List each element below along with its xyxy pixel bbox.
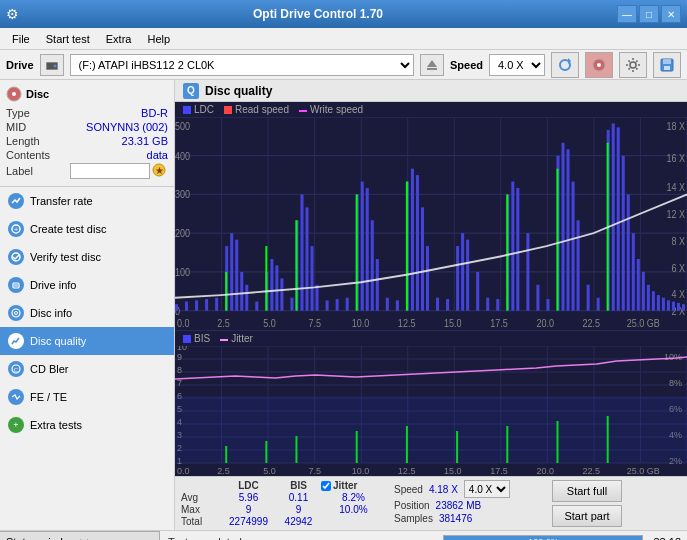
svg-rect-93 bbox=[421, 207, 424, 310]
avg-bis: 0.11 bbox=[276, 492, 321, 503]
svg-rect-113 bbox=[577, 220, 580, 310]
sidebar-item-extra-tests[interactable]: + Extra tests bbox=[0, 411, 174, 439]
svg-text:25.0 GB: 25.0 GB bbox=[627, 466, 660, 476]
svg-rect-106 bbox=[526, 233, 529, 310]
left-panel: Disc Type BD-R MID SONYNN3 (002) Length … bbox=[0, 80, 175, 530]
disc-mid-value: SONYNN3 (002) bbox=[86, 121, 168, 133]
svg-text:6 X: 6 X bbox=[671, 262, 685, 274]
svg-rect-88 bbox=[386, 298, 389, 311]
status-window-button[interactable]: Status window >> bbox=[0, 531, 160, 541]
svg-rect-26 bbox=[175, 117, 687, 330]
sidebar-item-create-test-disc[interactable]: + Create test disc bbox=[0, 215, 174, 243]
speed-select[interactable]: 4.0 X bbox=[489, 54, 545, 76]
svg-text:20.0: 20.0 bbox=[536, 466, 554, 476]
nav-disc-quality-label: Disc quality bbox=[30, 335, 86, 347]
sidebar-item-cd-bler[interactable]: C CD Bler bbox=[0, 355, 174, 383]
legend-ldc-label: LDC bbox=[194, 104, 214, 115]
samples-label: Samples bbox=[394, 513, 433, 524]
svg-rect-115 bbox=[597, 298, 600, 311]
window-controls: — □ ✕ bbox=[617, 5, 681, 23]
titlebar: ⚙ Opti Drive Control 1.70 — □ ✕ bbox=[0, 0, 687, 28]
drive-select[interactable]: (F:) ATAPI iHBS112 2 CL0K bbox=[70, 54, 414, 76]
disc-contents-label: Contents bbox=[6, 149, 50, 161]
disc-contents-value: data bbox=[147, 149, 168, 161]
menu-help[interactable]: Help bbox=[139, 31, 178, 47]
maximize-button[interactable]: □ bbox=[639, 5, 659, 23]
sidebar-item-verify-test-disc[interactable]: Verify test disc bbox=[0, 243, 174, 271]
svg-rect-4 bbox=[427, 68, 437, 70]
start-part-button[interactable]: Start part bbox=[552, 505, 622, 527]
drive-icon-btn[interactable] bbox=[40, 54, 64, 76]
svg-text:100: 100 bbox=[175, 266, 190, 278]
speed-label: Speed bbox=[450, 59, 483, 71]
svg-text:+: + bbox=[14, 225, 19, 234]
nav-cd-bler-label: CD Bler bbox=[30, 363, 69, 375]
svg-rect-136 bbox=[406, 182, 408, 311]
sidebar-item-drive-info[interactable]: Drive info bbox=[0, 271, 174, 299]
svg-text:7.5: 7.5 bbox=[309, 317, 322, 329]
svg-point-8 bbox=[630, 62, 636, 68]
label-edit-btn[interactable]: ★ bbox=[152, 163, 168, 179]
svg-rect-135 bbox=[356, 194, 358, 310]
svg-rect-138 bbox=[556, 169, 558, 311]
jitter-label: Jitter bbox=[333, 480, 357, 491]
col-bis-header: BIS bbox=[276, 480, 321, 491]
minimize-button[interactable]: — bbox=[617, 5, 637, 23]
col-empty bbox=[181, 480, 221, 491]
nav-extra-tests-label: Extra tests bbox=[30, 419, 82, 431]
svg-rect-108 bbox=[546, 299, 549, 311]
svg-rect-134 bbox=[295, 220, 297, 310]
close-button[interactable]: ✕ bbox=[661, 5, 681, 23]
svg-rect-130 bbox=[677, 303, 680, 311]
avg-ldc: 5.96 bbox=[221, 492, 276, 503]
svg-text:22.5: 22.5 bbox=[583, 317, 601, 329]
svg-rect-76 bbox=[300, 194, 303, 310]
sidebar-item-fe-te[interactable]: FE / TE bbox=[0, 383, 174, 411]
svg-text:★: ★ bbox=[155, 165, 164, 176]
sidebar-item-disc-quality[interactable]: Disc quality bbox=[0, 327, 174, 355]
nav-disc-info-label: Disc info bbox=[30, 307, 72, 319]
write-speed-color bbox=[299, 110, 307, 112]
main-content: Disc Type BD-R MID SONYNN3 (002) Length … bbox=[0, 80, 687, 530]
jitter-color bbox=[220, 339, 228, 341]
start-full-button[interactable]: Start full bbox=[552, 480, 622, 502]
svg-text:25.0 GB: 25.0 GB bbox=[627, 317, 660, 329]
svg-rect-92 bbox=[416, 175, 419, 311]
svg-rect-197 bbox=[175, 396, 687, 463]
menu-file[interactable]: File bbox=[4, 31, 38, 47]
menu-start-test[interactable]: Start test bbox=[38, 31, 98, 47]
refresh-btn[interactable] bbox=[551, 52, 579, 78]
svg-rect-119 bbox=[622, 156, 625, 311]
legend-jitter-label: Jitter bbox=[231, 333, 253, 344]
avg-jitter: 8.2% bbox=[321, 492, 386, 503]
sidebar-item-disc-info[interactable]: Disc info bbox=[0, 299, 174, 327]
svg-rect-67 bbox=[240, 272, 243, 311]
legend-ldc: LDC bbox=[183, 104, 214, 115]
svg-rect-120 bbox=[627, 194, 630, 310]
nav-create-test-disc-label: Create test disc bbox=[30, 223, 106, 235]
speed-stat-value: 4.18 X bbox=[429, 484, 458, 495]
svg-rect-81 bbox=[336, 299, 339, 311]
verify-test-disc-icon bbox=[8, 249, 24, 265]
svg-marker-3 bbox=[427, 60, 437, 67]
sidebar-item-transfer-rate[interactable]: Transfer rate bbox=[0, 187, 174, 215]
eject-btn[interactable] bbox=[420, 54, 444, 76]
disc-info-section: Disc Type BD-R MID SONYNN3 (002) Length … bbox=[0, 80, 174, 187]
svg-rect-62 bbox=[205, 299, 208, 311]
menu-extra[interactable]: Extra bbox=[98, 31, 140, 47]
total-ldc: 2274999 bbox=[221, 516, 276, 527]
menubar: File Start test Extra Help bbox=[0, 28, 687, 50]
svg-text:300: 300 bbox=[175, 188, 190, 200]
svg-rect-91 bbox=[411, 169, 414, 311]
disc-info-icon bbox=[8, 305, 24, 321]
config-btn[interactable] bbox=[619, 52, 647, 78]
svg-rect-107 bbox=[536, 285, 539, 311]
svg-text:0.0: 0.0 bbox=[177, 466, 190, 476]
svg-rect-74 bbox=[290, 298, 293, 311]
save-btn[interactable] bbox=[653, 52, 681, 78]
media-icon-btn[interactable] bbox=[585, 52, 613, 78]
jitter-checkbox[interactable] bbox=[321, 481, 331, 491]
speed-stat-select[interactable]: 4.0 X bbox=[464, 480, 510, 498]
disc-label-input[interactable] bbox=[70, 163, 150, 179]
svg-text:500: 500 bbox=[175, 120, 190, 132]
